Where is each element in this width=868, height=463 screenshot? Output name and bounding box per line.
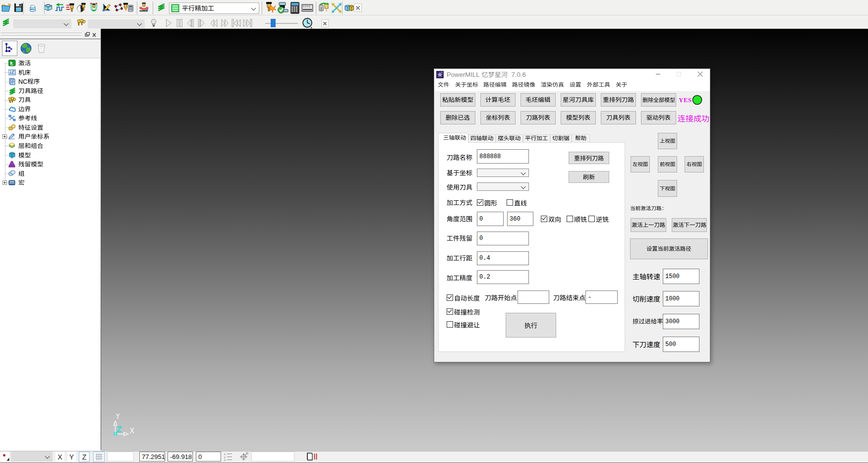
svg-text:NC: NC: [18, 78, 27, 85]
svg-text:7.0.6: 7.0.6: [512, 71, 526, 79]
svg-text:z: z: [224, 459, 226, 461]
svg-text:PowerMILL: PowerMILL: [447, 71, 480, 79]
